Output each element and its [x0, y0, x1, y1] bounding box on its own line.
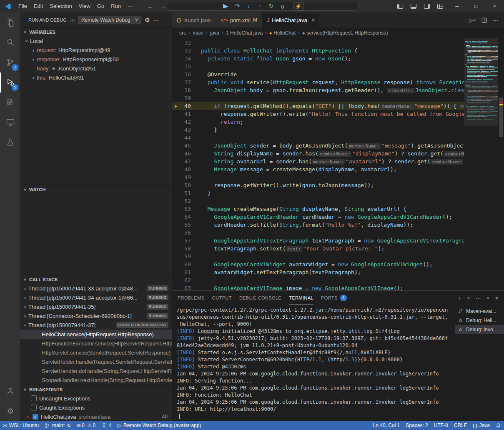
breakpoints-section-header[interactable]: ˅ BREAKPOINTS	[20, 385, 172, 394]
restart-button[interactable]: ↻	[266, 2, 276, 10]
watch-section-header[interactable]: ˅ WATCH	[20, 185, 172, 194]
stack-frame-row[interactable]: HttpFunctionExecutor.service(HttpServlet…	[20, 339, 172, 348]
variable-row[interactable]: ›request:HttpRequestImpl@49	[20, 45, 172, 55]
thread-row[interactable]: ›Thread [qtp1500079441-34-acceptor-1@66.…	[20, 293, 172, 302]
maximize-button[interactable]: □	[466, 0, 485, 12]
close-panel-icon[interactable]: ×	[495, 295, 498, 301]
remote-indicator[interactable]: >< WSL: Ubuntu	[0, 421, 42, 430]
thread-row[interactable]: ›Thread [qtp1500079441-33-acceptor-0@48.…	[20, 284, 172, 293]
terminal-list-item[interactable]: Debug: Invo...	[455, 325, 504, 334]
forward-button[interactable]: →	[160, 3, 166, 10]
breakpoint-row[interactable]: ●✓HelloChat.javasrc/main/java40	[20, 412, 172, 421]
editor-scrollbar[interactable]	[498, 38, 504, 290]
toggle-sidebar-icon[interactable]	[397, 3, 404, 10]
code-editor[interactable]: 3233public class HelloChat implements Ht…	[172, 38, 504, 290]
variable-row[interactable]: ›body:◉JsonObject@51	[20, 64, 172, 73]
problems-status[interactable]: ⊗ 0 ⚠ 0	[74, 421, 98, 430]
terminal-list-item[interactable]: Debug: Hell...	[455, 316, 504, 325]
configure-gear-icon[interactable]: ⚙	[145, 17, 150, 23]
editor-tab-launch.json[interactable]: {}launch.json	[172, 12, 216, 28]
breadcrumb-item[interactable]: java	[210, 30, 219, 36]
editor-tab-pom.xml[interactable]: </>pom.xmlM	[216, 12, 262, 28]
menu-edit[interactable]: Edit	[30, 0, 46, 12]
start-debug-button[interactable]: ▷	[71, 17, 75, 23]
breakpoint-row[interactable]: Uncaught Exceptions	[20, 394, 172, 403]
debug-session-status[interactable]: ▷ Remote Watch Debug (avatar-app)	[115, 421, 204, 430]
toggle-panel-icon[interactable]	[410, 3, 417, 10]
views-more-actions[interactable]: ⋯	[153, 17, 159, 23]
minimize-button[interactable]: ─	[448, 0, 466, 12]
toggle-secondary-sidebar-icon[interactable]	[424, 3, 430, 10]
thread-row[interactable]: ›Thread [Connector-Scheduler-6920b0bc-1]…	[20, 311, 172, 320]
step-into-button[interactable]: ↓	[244, 2, 253, 10]
variables-section-header[interactable]: ˅ VARIABLES	[20, 27, 172, 36]
breadcrumb-item[interactable]: ◆HelloChat	[269, 30, 296, 36]
minimap-slider[interactable]	[464, 38, 498, 126]
stack-frame-row[interactable]: HttpServlet.service(ServletRequest,Servl…	[20, 348, 172, 357]
disconnect-button[interactable]	[278, 3, 287, 10]
sidebar-item-run-and-debug[interactable]: 1	[0, 72, 20, 92]
ports-status[interactable]: 4	[98, 421, 115, 430]
sidebar-item-explorer[interactable]	[0, 12, 20, 32]
cursor-position[interactable]: Ln 40, Col 1	[370, 421, 403, 430]
menu-view[interactable]: View	[75, 0, 94, 12]
notifications-bell[interactable]	[493, 421, 504, 430]
stack-frame-row[interactable]: ServletHandler.doHandle(String,Request,H…	[20, 366, 172, 375]
editor-more-actions[interactable]: ⋯	[493, 17, 498, 23]
terminal-output[interactable]: /grpc/grpc-context/1.27.2/grpc-context-1…	[172, 305, 455, 421]
run-java-button[interactable]: ▷ ˅	[469, 17, 476, 23]
breakpoint-row[interactable]: Caught Exceptions	[20, 403, 172, 412]
variable-row[interactable]: ›this:HelloChat@31	[20, 73, 172, 82]
indentation-status[interactable]: Spaces: 2	[403, 421, 431, 430]
thread-row[interactable]: ›Thread [qtp1500079441-35]RUNNING	[20, 302, 172, 311]
step-over-button[interactable]: ↷	[233, 2, 242, 10]
panel-tab-output[interactable]: OUTPUT	[212, 291, 232, 305]
breadcrumb-item[interactable]: JHelloChat.java	[226, 30, 263, 36]
variables-scope-row[interactable]: ›Local	[20, 36, 172, 45]
debug-config-dropdown[interactable]: Remote Watch Debug ˅	[78, 16, 141, 24]
continue-button[interactable]: ▶	[221, 2, 231, 10]
encoding-status[interactable]: UTF-8	[431, 421, 451, 430]
editor-tab-HelloChat.java[interactable]: JHelloChat.java×	[262, 12, 320, 28]
language-mode[interactable]: { } Java	[470, 421, 493, 430]
terminal-list-item[interactable]: Maven-avat...	[455, 307, 504, 316]
breadcrumb-item[interactable]: main	[193, 30, 203, 36]
back-button[interactable]: ←	[147, 3, 153, 10]
panel-tab-debug-console[interactable]: DEBUG CONSOLE	[239, 291, 281, 305]
thread-row[interactable]: ›Thread [qtp1500079441-37]PAUSED ON BREA…	[20, 320, 172, 330]
hot-code-replace-button[interactable]: ⚡	[293, 2, 304, 10]
breakpoint-checkbox[interactable]: ✓	[33, 414, 38, 420]
terminal-profile-dropdown-icon[interactable]: ˅	[467, 296, 470, 300]
panel-tab-ports[interactable]: PORTS4	[321, 291, 347, 305]
variable-row[interactable]: ›response:HttpResponseImpl@50	[20, 55, 172, 64]
sidebar-item-extensions[interactable]	[0, 92, 20, 112]
stack-frame-row[interactable]: ScopedHandler.nextHandle(String,Request,…	[20, 375, 172, 385]
menu-go[interactable]: Go	[94, 0, 108, 12]
sidebar-item-testing[interactable]	[0, 132, 20, 152]
new-terminal-button[interactable]: +	[458, 295, 461, 301]
maximize-panel-icon[interactable]: ˄	[487, 296, 489, 300]
call-stack-section-header[interactable]: ˅ CALL STACK	[20, 275, 172, 284]
customize-layout-icon[interactable]	[437, 3, 444, 10]
manage-button[interactable]: ⚙	[0, 401, 20, 421]
panel-tab-problems[interactable]: PROBLEMS	[178, 291, 204, 305]
close-window-button[interactable]: ×	[485, 0, 504, 12]
breadcrumb-item[interactable]: ◆service(HttpRequest, HttpResponse)	[302, 30, 388, 36]
tab-close-icon[interactable]: ×	[312, 17, 315, 23]
menu-selection[interactable]: Selection	[46, 0, 75, 12]
breakpoint-checkbox[interactable]	[31, 395, 37, 401]
sidebar-item-source-control[interactable]: 7	[0, 52, 20, 72]
sidebar-item-search[interactable]	[0, 32, 20, 52]
panel-tab-terminal[interactable]: TERMINAL	[289, 291, 313, 305]
breakpoint-checkbox[interactable]	[31, 405, 37, 410]
stack-frame-row[interactable]: HelloChat.service(HttpRequest,HttpRespon…	[20, 330, 172, 339]
branch-status[interactable]: main* ↻	[42, 421, 74, 430]
scrollbar-thumb[interactable]	[499, 98, 503, 137]
split-editor-button[interactable]	[481, 17, 487, 23]
account-button[interactable]	[0, 381, 20, 401]
panel-more-actions[interactable]: ⋯	[476, 295, 481, 301]
step-out-button[interactable]: ↑	[255, 2, 265, 10]
breadcrumb-item[interactable]: src	[179, 30, 186, 36]
menu-file[interactable]: File	[15, 0, 30, 12]
command-center[interactable]: ▶ ↷ ↓ ↑ ↻ ⚡	[167, 2, 359, 11]
